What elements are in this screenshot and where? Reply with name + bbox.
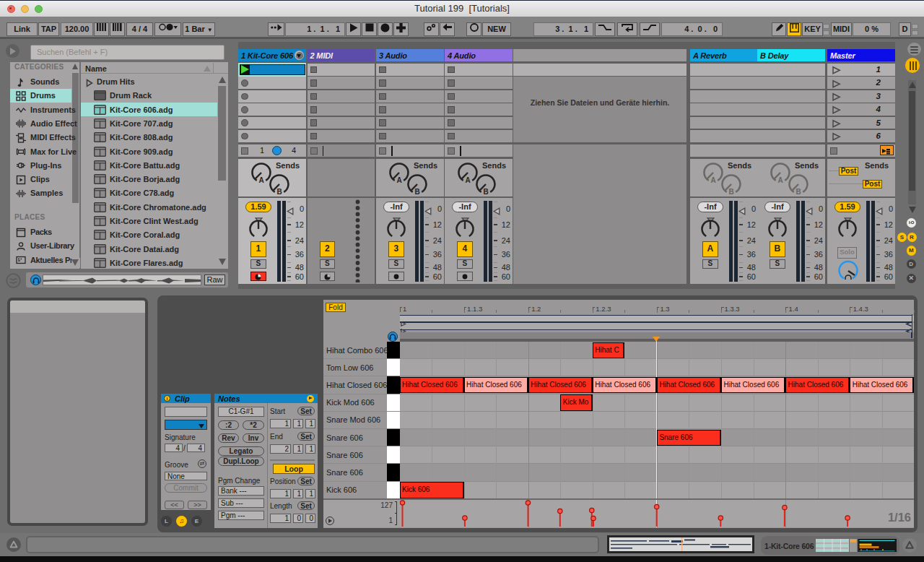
svg-text:B: B [728, 188, 733, 195]
svg-text:A: A [396, 176, 401, 183]
svg-text:B: B [276, 188, 282, 195]
svg-text:B: B [414, 188, 419, 195]
svg-text:B: B [483, 188, 488, 195]
svg-text:A: A [710, 176, 715, 183]
svg-text:B: B [796, 188, 801, 195]
svg-text:A: A [777, 176, 783, 183]
svg-text:A: A [258, 176, 263, 183]
svg-text:A: A [465, 176, 470, 183]
